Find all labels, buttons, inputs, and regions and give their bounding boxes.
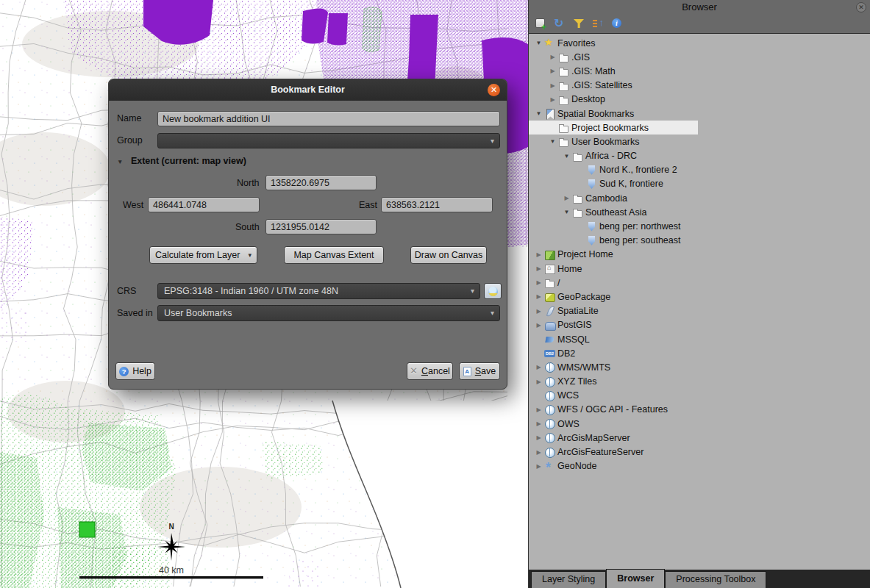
tree-item[interactable]: ▶.GIS: Satellites [529, 79, 870, 93]
folder-icon [558, 122, 569, 133]
tree-item[interactable]: ▼User Bookmarks [529, 135, 870, 148]
add-bookmark-icon[interactable] [534, 17, 547, 30]
west-input[interactable]: 486441.0748 [148, 197, 260, 212]
tree-item-label: MSSQL [557, 334, 590, 345]
expand-arrow-icon[interactable]: ▶ [533, 293, 544, 300]
crs-combobox[interactable]: EPSG:3148 - Indian 1960 / UTM zone 48N [157, 283, 480, 299]
tree-item[interactable]: Nord K., frontiere 2 [529, 163, 870, 177]
tree-item[interactable]: ▶.GIS [529, 50, 870, 64]
dock-tab-browser[interactable]: Browser [606, 569, 665, 588]
expand-arrow-icon[interactable]: ▶ [547, 68, 558, 74]
tree-item[interactable]: ▼Southeast Asia [529, 205, 870, 219]
tree-item[interactable]: ▶ArcGisFeatureServer [529, 445, 870, 459]
tree-item[interactable]: Project Bookmarks [529, 121, 698, 135]
collapse-arrow-icon[interactable]: ▼ [533, 110, 544, 117]
group-combobox[interactable] [157, 133, 500, 148]
extent-group-header[interactable]: ▼ Extent (current: map view) [117, 156, 246, 166]
expand-arrow-icon[interactable]: ▶ [533, 251, 544, 258]
help-button[interactable]: ? Help [115, 362, 155, 380]
dock-tab-layer-styling[interactable]: Layer Styling [531, 571, 606, 588]
tree-item[interactable]: ▶Home [529, 262, 870, 276]
collapse-arrow-icon[interactable]: ▼ [561, 209, 572, 215]
crs-label: CRS [117, 286, 136, 296]
cancel-button[interactable]: ✕ Cancel [407, 362, 453, 380]
tree-item[interactable]: ▶.GIS: Math [529, 64, 870, 78]
expand-arrow-icon[interactable]: ▶ [533, 379, 544, 385]
select-crs-button[interactable] [484, 283, 502, 299]
tree-item[interactable]: ▶ArcGisMapServer [529, 431, 870, 445]
expand-arrow-icon[interactable]: ▶ [533, 463, 544, 470]
tree-item[interactable]: ▼Spatial Bookmarks [529, 107, 870, 121]
dialog-titlebar[interactable]: Bookmark Editor ✕ [109, 79, 507, 101]
tree-item[interactable]: ▶OWS [529, 417, 870, 431]
dock-tab-processing-toolbox[interactable]: Processing Toolbox [665, 571, 766, 588]
tree-item[interactable]: ▶/ [529, 276, 870, 290]
expand-arrow-icon[interactable]: ▶ [561, 195, 572, 201]
tree-item[interactable]: MSSQL [529, 332, 870, 346]
tree-item[interactable]: ▶PostGIS [529, 318, 870, 332]
save-button[interactable]: A Save [459, 362, 500, 380]
saved-in-combobox[interactable]: User Bookmarks [157, 305, 500, 321]
east-value: 638563.2121 [386, 200, 440, 210]
tree-item-label: XYZ Tiles [557, 376, 597, 387]
draw-on-canvas-button[interactable]: Draw on Canvas [410, 246, 487, 264]
tree-item-label: Sud K, frontiere [599, 179, 663, 189]
tree-item[interactable]: ▶XYZ Tiles [529, 375, 870, 389]
shield-icon [586, 179, 597, 190]
globe-icon [544, 390, 555, 401]
expand-arrow-icon[interactable]: ▶ [533, 279, 544, 286]
tree-item[interactable]: Sud K, frontiere [529, 177, 870, 191]
tree-item[interactable]: ▶SpatiaLite [529, 304, 870, 318]
name-input[interactable]: New bookmark addition UI [157, 111, 500, 126]
tree-item-label: User Bookmarks [571, 137, 639, 147]
tree-item[interactable]: ▶WFS / OGC API - Features [529, 403, 870, 417]
expand-arrow-icon[interactable]: ▶ [533, 265, 544, 272]
panel-close-button[interactable]: ✕ [856, 2, 866, 12]
dialog-close-button[interactable]: ✕ [488, 84, 500, 96]
expand-arrow-icon[interactable]: ▶ [533, 449, 544, 456]
tree-item[interactable]: ▶WMS/WMTS [529, 360, 870, 374]
tree-item-label: WCS [557, 390, 579, 401]
tree-item-label: WFS / OGC API - Features [557, 404, 668, 415]
east-input[interactable]: 638563.2121 [381, 197, 493, 212]
collapse-tree-icon[interactable] [591, 17, 605, 30]
tree-item[interactable]: DB2 [529, 346, 870, 360]
expand-arrow-icon[interactable]: ▶ [547, 54, 558, 60]
tree-item[interactable]: ▶Desktop [529, 93, 870, 107]
tree-item[interactable]: ▼Africa - DRC [529, 149, 870, 163]
tree-item[interactable]: ▼Favorites [529, 36, 870, 50]
west-label: West [123, 200, 143, 210]
name-label: Name [117, 113, 141, 123]
filter-icon[interactable] [572, 17, 585, 30]
tree-item[interactable]: beng per: northwest [529, 219, 870, 233]
tree-item[interactable]: beng per: southeast [529, 234, 870, 248]
bookmarks-icon [544, 108, 555, 119]
tree-item[interactable]: ▶Project Home [529, 248, 870, 262]
north-label: North [237, 178, 260, 188]
tree-item[interactable]: WCS [529, 389, 870, 403]
tree-item-label: DB2 [557, 348, 575, 359]
south-input[interactable]: 1231955.0142 [265, 219, 377, 234]
tree-item[interactable]: ▶GeoPackage [529, 290, 870, 304]
properties-icon[interactable] [610, 17, 624, 30]
refresh-icon[interactable] [553, 17, 566, 30]
expand-arrow-icon[interactable]: ▶ [533, 322, 544, 329]
tree-item[interactable]: ▶Cambodia [529, 191, 870, 205]
collapse-arrow-icon[interactable]: ▼ [533, 40, 544, 46]
collapse-arrow-icon[interactable]: ▼ [561, 153, 572, 159]
calculate-from-layer-button[interactable]: Calculate from Layer ▾ [149, 246, 257, 264]
tree-item[interactable]: ▶GeoNode [529, 459, 870, 473]
expand-arrow-icon[interactable]: ▶ [533, 406, 544, 413]
expand-arrow-icon[interactable]: ▶ [533, 308, 544, 315]
shield-icon [586, 165, 597, 176]
expand-arrow-icon[interactable]: ▶ [533, 434, 544, 441]
expand-arrow-icon[interactable]: ▶ [533, 420, 544, 427]
north-input[interactable]: 1358220.6975 [265, 175, 377, 190]
expand-arrow-icon[interactable]: ▶ [533, 364, 544, 370]
expand-arrow-icon[interactable]: ▶ [547, 96, 558, 103]
expand-arrow-icon[interactable]: ▶ [547, 82, 558, 89]
green-strip-north [363, 7, 382, 52]
map-canvas-extent-button[interactable]: Map Canvas Extent [284, 246, 384, 264]
collapse-arrow-icon[interactable]: ▼ [547, 138, 558, 145]
dropdown-arrow-icon: ▾ [248, 251, 252, 259]
